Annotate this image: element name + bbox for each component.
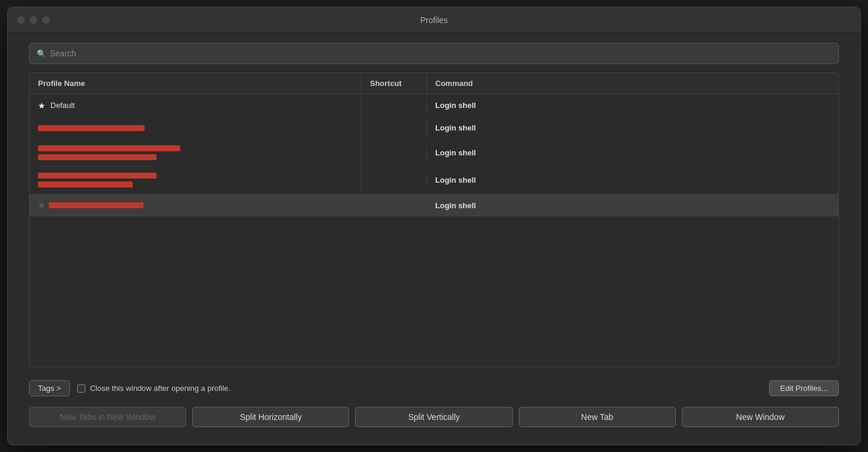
table-row[interactable]: Login shell — [30, 167, 838, 194]
close-window-checkbox[interactable] — [77, 384, 85, 393]
redacted-content — [49, 202, 143, 208]
table-row[interactable]: Login shell — [30, 194, 838, 217]
close-button[interactable] — [17, 16, 25, 24]
redact-line — [38, 173, 157, 179]
main-content: 🔍 Profile Name Shortcut Command ★ Defaul… — [8, 33, 860, 445]
profile-shortcut-cell — [362, 147, 427, 159]
title-bar: Profiles — [8, 7, 860, 33]
profile-shortcut-cell — [362, 100, 427, 112]
profile-shortcut-cell — [362, 122, 427, 134]
table-body: ★ Default Login shell Login shell — [30, 94, 838, 367]
redacted-content — [38, 173, 157, 187]
new-tab-button[interactable]: New Tab — [519, 407, 676, 427]
table-row[interactable]: Login shell — [30, 139, 838, 167]
new-tabs-new-window-button[interactable]: New Tabs in New Window — [29, 407, 186, 427]
search-bar[interactable]: 🔍 — [29, 43, 839, 64]
profile-name-text: Default — [50, 101, 75, 110]
table-row[interactable]: ★ Default Login shell — [30, 94, 838, 117]
redacted-content — [38, 145, 180, 160]
maximize-button[interactable] — [42, 16, 50, 24]
redact-line — [38, 182, 133, 187]
profile-shortcut-cell — [362, 174, 427, 186]
search-icon: 🔍 — [37, 49, 46, 58]
action-buttons: New Tabs in New Window Split Horizontall… — [29, 407, 839, 435]
column-header-profile-name: Profile Name — [30, 73, 362, 94]
redacted-content — [38, 125, 145, 131]
profile-command-cell: Login shell — [427, 117, 838, 138]
checkbox-area: Close this window after opening a profil… — [77, 384, 762, 393]
profile-command-cell: Login shell — [427, 95, 838, 116]
table-header: Profile Name Shortcut Command — [30, 73, 838, 94]
profiles-window: Profiles 🔍 Profile Name Shortcut Command… — [7, 7, 861, 445]
profile-name-cell — [30, 139, 362, 166]
column-header-shortcut: Shortcut — [362, 73, 427, 94]
column-header-command: Command — [427, 73, 838, 94]
redact-line — [38, 145, 180, 151]
window-title: Profiles — [420, 15, 448, 25]
tags-button[interactable]: Tags > — [29, 380, 70, 396]
split-horizontally-button[interactable]: Split Horizontally — [192, 407, 349, 427]
profile-command-cell: Login shell — [427, 142, 838, 163]
profile-shortcut-cell — [362, 199, 427, 211]
profile-name-cell — [30, 167, 362, 193]
close-window-label: Close this window after opening a profil… — [90, 384, 231, 393]
profile-name-cell — [30, 119, 362, 137]
footer-row: Tags > Close this window after opening a… — [29, 375, 839, 399]
profiles-table: Profile Name Shortcut Command ★ Default … — [29, 72, 839, 367]
split-vertically-button[interactable]: Split Vertically — [355, 407, 512, 427]
profile-command-cell: Login shell — [427, 170, 838, 190]
window-controls — [17, 16, 50, 24]
redact-line — [38, 154, 157, 160]
edit-profiles-button[interactable]: Edit Profiles... — [769, 380, 839, 396]
table-row[interactable]: Login shell — [30, 117, 838, 139]
profile-name-cell: ★ Default — [30, 95, 362, 116]
dot-indicator — [39, 203, 44, 208]
new-window-button[interactable]: New Window — [682, 407, 839, 427]
star-icon: ★ — [38, 101, 46, 110]
search-input[interactable] — [50, 49, 831, 58]
redact-line — [38, 125, 145, 131]
profile-command-cell: Login shell — [427, 195, 838, 216]
minimize-button[interactable] — [30, 16, 37, 24]
redact-line — [49, 202, 143, 208]
profile-name-cell — [30, 196, 362, 214]
